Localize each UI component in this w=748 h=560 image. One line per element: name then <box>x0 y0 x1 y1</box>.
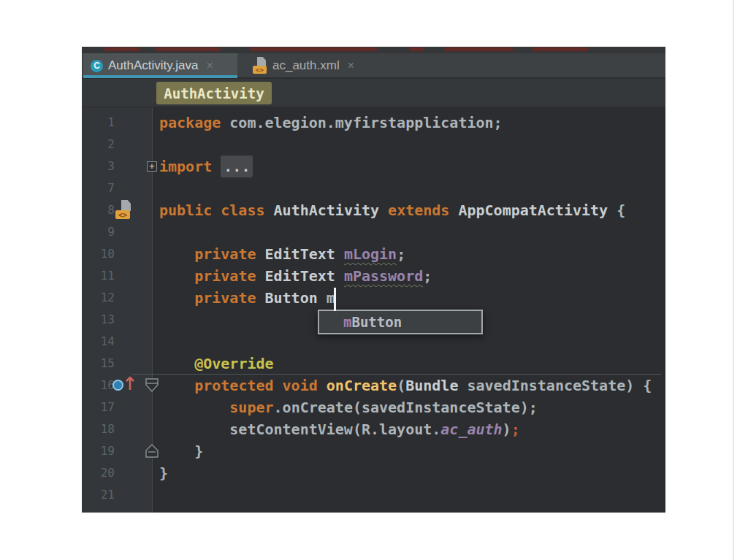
java-class-icon: C <box>91 60 103 72</box>
overriding-method-gutter-icon[interactable] <box>112 380 123 391</box>
code-line-8[interactable]: 8<>public class AuthActivity extends App… <box>82 199 665 221</box>
code-text: @Override <box>159 353 274 375</box>
code-line-10[interactable]: 10 private EditText mLogin; <box>82 243 665 265</box>
code-text: private EditText mPassword; <box>159 265 432 287</box>
line-number: 3 <box>82 156 115 177</box>
line-number: 14 <box>82 331 115 353</box>
code-line-12[interactable]: 12 private Button m <box>82 287 665 309</box>
code-text: private Button m <box>159 287 335 309</box>
implement-arrow-icon <box>125 375 135 392</box>
editor-tab-bar: C AuthActivity.java × <> ac_auth.xml × <box>82 53 665 78</box>
code-text: import ... <box>159 156 253 177</box>
fold-start-marker[interactable] <box>145 377 159 394</box>
code-text: public class AuthActivity extends AppCom… <box>159 199 625 221</box>
tab-ac-auth-xml[interactable]: <> ac_auth.xml × <box>245 53 362 78</box>
line-number: 16 <box>82 375 115 396</box>
line-number: 1 <box>82 112 115 134</box>
code-text: protected void onCreate(Bundle savedInst… <box>159 375 652 396</box>
fold-expand-icon[interactable]: + <box>147 161 157 172</box>
video-artifact <box>104 47 140 51</box>
line-number: 12 <box>82 287 115 309</box>
code-line-2[interactable]: 2 <box>82 134 665 156</box>
breadcrumb-item-authactivity[interactable]: AuthActivity <box>156 82 272 104</box>
code-line-7[interactable]: 7 <box>82 177 665 199</box>
code-line-20[interactable]: 20} <box>82 462 665 484</box>
fold-end-marker[interactable] <box>145 443 159 459</box>
slide-edge-artifact <box>733 0 734 560</box>
video-artifact <box>444 47 514 51</box>
line-number: 13 <box>82 309 115 331</box>
line-number: 7 <box>82 177 115 199</box>
code-line-3[interactable]: 3+import ... <box>82 156 665 177</box>
code-line-18[interactable]: 18 setContentView(R.layout.ac_auth); <box>82 418 665 440</box>
line-number: 19 <box>82 440 115 462</box>
line-number: 11 <box>82 265 115 287</box>
line-number: 10 <box>82 243 115 265</box>
completion-suggestion-mbutton[interactable]: mButton <box>343 311 402 333</box>
code-text: super.onCreate(savedInstanceState); <box>159 396 538 418</box>
ide-window: C AuthActivity.java × <> ac_auth.xml × A… <box>82 47 665 513</box>
line-number: 20 <box>82 462 115 484</box>
line-number: 17 <box>82 396 115 418</box>
line-number: 9 <box>82 221 115 243</box>
code-line-11[interactable]: 11 private EditText mPassword; <box>82 265 665 287</box>
video-artifact <box>155 47 221 51</box>
active-tab-underline <box>83 75 237 78</box>
line-number: 21 <box>82 484 115 506</box>
line-number: 8 <box>82 199 115 221</box>
code-line-19[interactable]: 19 } <box>82 440 665 462</box>
code-line-15[interactable]: 15 @Override <box>82 353 665 375</box>
code-line-16[interactable]: 16 protected void onCreate(Bundle savedI… <box>82 375 665 396</box>
tab-label: ac_auth.xml <box>272 58 340 73</box>
code-line-21[interactable]: 21 <box>82 484 665 506</box>
video-artifact <box>409 47 424 51</box>
code-text: } <box>159 462 168 484</box>
xml-layout-file-icon: <> <box>253 56 267 75</box>
code-line-1[interactable]: 1package com.elegion.myfirstapplication; <box>82 112 665 134</box>
code-line-9[interactable]: 9 <box>82 221 665 243</box>
code-text: private EditText mLogin; <box>159 243 405 265</box>
video-artifact <box>532 47 589 51</box>
code-editor[interactable]: 1package com.elegion.myfirstapplication;… <box>82 107 665 513</box>
code-text: setContentView(R.layout.ac_auth); <box>159 418 520 440</box>
tab-label: AuthActivity.java <box>108 58 198 73</box>
video-artifact <box>250 47 378 51</box>
breadcrumb-bar: AuthActivity <box>82 79 665 107</box>
completion-popup[interactable]: mButton <box>318 310 483 334</box>
related-layout-file-gutter-icon[interactable]: <> <box>115 200 137 220</box>
line-number: 2 <box>82 134 115 156</box>
folded-imports-chip[interactable]: ... <box>221 156 253 177</box>
line-number: 15 <box>82 353 115 375</box>
top-artifact-strip <box>82 47 665 53</box>
line-number: 18 <box>82 418 115 440</box>
code-text: package com.elegion.myfirstapplication; <box>159 112 503 134</box>
code-line-17[interactable]: 17 super.onCreate(savedInstanceState); <box>82 396 665 418</box>
tab-close-icon[interactable]: × <box>206 59 213 72</box>
tab-authactivity-java[interactable]: C AuthActivity.java × <box>83 53 237 78</box>
text-caret <box>334 288 336 311</box>
code-text: } <box>159 440 203 462</box>
tab-close-icon[interactable]: × <box>348 59 354 72</box>
